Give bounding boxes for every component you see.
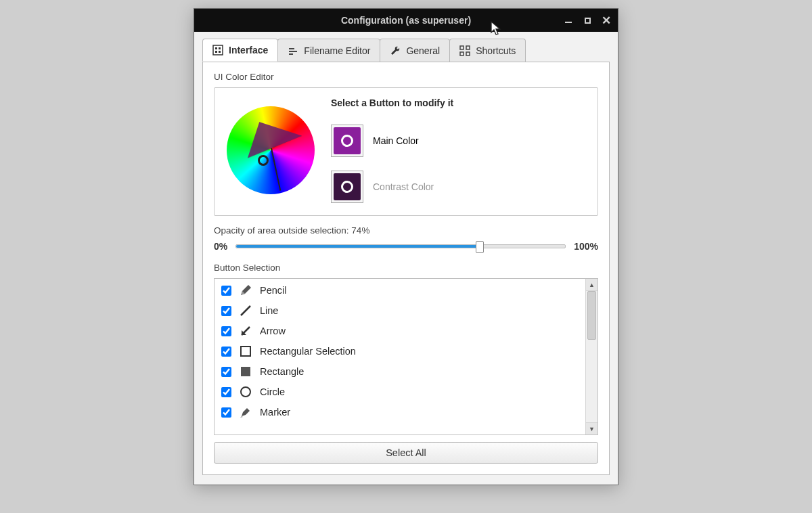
opacity-max: 100% (574, 241, 598, 252)
main-color-label: Main Color (373, 135, 419, 146)
window-content: Interface Filename Editor General Shortc… (194, 32, 618, 485)
svg-rect-14 (241, 347, 250, 356)
tab-label: Shortcuts (476, 45, 516, 56)
list-item[interactable]: Marker (215, 402, 585, 422)
item-label: Circle (260, 386, 285, 397)
pencil-icon (238, 283, 253, 298)
main-color-row: Main Color (331, 125, 453, 157)
close-button[interactable]: ✕ (599, 13, 614, 28)
svg-rect-9 (466, 46, 470, 49)
titlebar-controls: ✕ (561, 9, 614, 32)
contrast-color-row: Contrast Color (331, 171, 453, 203)
list-item[interactable]: Line (215, 300, 585, 321)
list-item[interactable]: Arrow (215, 321, 585, 341)
item-label: Rectangle (260, 366, 304, 377)
item-label: Marker (260, 407, 290, 418)
list-item[interactable]: Rectangular Selection (215, 341, 585, 361)
svg-rect-3 (215, 51, 217, 53)
item-checkbox[interactable] (221, 326, 231, 336)
scrollbar[interactable]: ▲ ▼ (585, 279, 597, 434)
tab-shortcuts[interactable]: Shortcuts (449, 39, 526, 62)
opacity-label: Opacity of area outside selection: 74% (214, 225, 598, 236)
item-checkbox[interactable] (221, 286, 231, 296)
item-label: Line (260, 305, 278, 316)
list-item[interactable]: Pencil (215, 280, 585, 300)
item-label: Rectangular Selection (260, 346, 356, 357)
svg-rect-11 (466, 52, 470, 55)
item-checkbox[interactable] (221, 407, 231, 418)
grid-icon (459, 45, 470, 56)
tab-general[interactable]: General (380, 39, 450, 62)
rect-fill-icon (238, 364, 253, 379)
minimize-button[interactable] (561, 13, 576, 28)
item-checkbox[interactable] (221, 387, 231, 397)
contrast-color-swatch[interactable] (331, 171, 363, 203)
panel-interface: UI Color Editor Select a Button to modif… (202, 62, 610, 475)
button-selection-list: PencilLineArrowRectangular SelectionRect… (214, 278, 598, 435)
filename-editor-icon (288, 45, 298, 56)
opacity-min: 0% (214, 241, 227, 252)
scroll-up-button[interactable]: ▲ (586, 279, 597, 291)
wrench-icon (390, 45, 401, 56)
titlebar[interactable]: Configuration (as superuser) ✕ (194, 9, 618, 32)
item-checkbox[interactable] (221, 306, 231, 316)
marker-icon (238, 405, 253, 420)
select-all-button[interactable]: Select All (214, 442, 598, 464)
item-label: Arrow (260, 326, 286, 336)
list-item[interactable]: Rectangle (215, 361, 585, 382)
window-title: Configuration (as superuser) (341, 15, 471, 26)
arrow-icon (238, 324, 253, 338)
tab-label: Filename Editor (304, 45, 370, 56)
svg-point-16 (241, 387, 250, 397)
circle-icon (238, 384, 253, 399)
item-label: Pencil (260, 285, 287, 296)
item-checkbox[interactable] (221, 367, 231, 377)
svg-rect-15 (241, 367, 250, 376)
rect-outline-icon (238, 344, 253, 359)
button-selection-heading: Button Selection (214, 263, 598, 273)
color-instruction: Select a Button to modify it (331, 97, 453, 108)
scroll-down-button[interactable]: ▼ (586, 422, 597, 434)
maximize-button[interactable] (580, 13, 595, 28)
tab-interface[interactable]: Interface (202, 39, 278, 62)
color-editor-group: Select a Button to modify it Main Color … (214, 87, 598, 216)
svg-rect-0 (213, 45, 223, 55)
tab-label: General (406, 45, 440, 56)
color-buttons-column: Select a Button to modify it Main Color … (331, 97, 453, 203)
list-item[interactable]: Circle (215, 382, 585, 402)
svg-rect-10 (460, 52, 464, 55)
tabs-bar: Interface Filename Editor General Shortc… (202, 39, 610, 62)
color-wheel[interactable] (227, 106, 315, 194)
item-checkbox[interactable] (221, 347, 231, 357)
scroll-thumb[interactable] (587, 291, 596, 340)
contrast-color-label: Contrast Color (373, 181, 434, 192)
svg-rect-4 (219, 51, 221, 53)
interface-icon (212, 45, 223, 55)
svg-rect-1 (215, 47, 217, 49)
tab-filename-editor[interactable]: Filename Editor (277, 39, 380, 62)
svg-rect-2 (219, 47, 221, 49)
config-window: Configuration (as superuser) ✕ Interface… (194, 8, 618, 485)
opacity-slider[interactable] (235, 244, 566, 248)
opacity-slider-row: 0% 100% (214, 241, 598, 252)
svg-line-12 (241, 306, 250, 315)
color-editor-heading: UI Color Editor (214, 72, 598, 82)
line-icon (238, 303, 253, 318)
tab-label: Interface (229, 45, 268, 55)
svg-rect-8 (460, 46, 464, 49)
list-content: PencilLineArrowRectangular SelectionRect… (215, 279, 585, 434)
main-color-swatch[interactable] (331, 125, 363, 157)
